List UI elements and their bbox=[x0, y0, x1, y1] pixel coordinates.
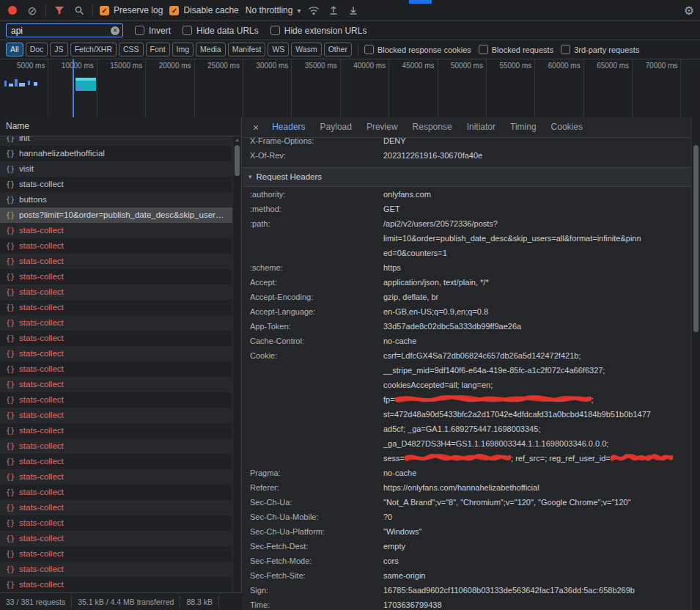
request-row[interactable]: {} stats-collect bbox=[0, 238, 241, 254]
filter-option-label: 3rd-party requests bbox=[574, 45, 639, 54]
hide-data-urls-checkbox[interactable]: Hide data URLs bbox=[183, 26, 259, 36]
request-row[interactable]: {} stats-collect bbox=[0, 438, 241, 454]
resource-filter-chip[interactable]: Wasm bbox=[291, 43, 321, 56]
json-braces-icon: {} bbox=[6, 408, 15, 423]
preserve-log-checkbox[interactable]: ✓ Preserve log bbox=[100, 5, 163, 15]
clear-filter-icon[interactable]: ✕ bbox=[111, 26, 119, 35]
request-row[interactable]: {} stats-collect bbox=[0, 284, 241, 300]
hide-extension-urls-checkbox[interactable]: Hide extension URLs bbox=[270, 26, 367, 36]
scroll-up-icon[interactable]: ▲ bbox=[233, 136, 241, 144]
close-details-button[interactable]: × bbox=[247, 122, 265, 133]
details-tab[interactable]: Preview bbox=[359, 117, 405, 137]
request-row[interactable]: {} stats-collect bbox=[0, 469, 241, 485]
request-row[interactable]: {} stats-collect bbox=[0, 546, 241, 562]
name-column-header[interactable]: Name bbox=[0, 117, 241, 136]
json-braces-icon: {} bbox=[6, 377, 15, 392]
disable-cache-checkbox[interactable]: ✓ Disable cache bbox=[169, 5, 238, 15]
blue-accent-bar bbox=[409, 0, 432, 4]
request-row[interactable]: {} stats-collect bbox=[0, 485, 241, 500]
throttling-select[interactable]: No throttling ▾ bbox=[246, 5, 301, 15]
details-tab[interactable]: Response bbox=[405, 117, 460, 137]
request-row[interactable]: {} stats-collect bbox=[0, 331, 241, 346]
request-name: stats-collect bbox=[19, 562, 75, 577]
request-name: buttons bbox=[19, 192, 59, 207]
clear-network-log-button[interactable]: ⊘ bbox=[26, 4, 39, 17]
request-row[interactable]: {} stats-collect bbox=[0, 515, 241, 531]
header-row: Sec-Fetch-Mode: cors bbox=[243, 554, 692, 568]
request-row[interactable]: {} stats-collect bbox=[0, 423, 241, 438]
details-tabs: Headers Payload Preview Response Initiat… bbox=[265, 117, 590, 137]
record-button[interactable] bbox=[6, 4, 19, 17]
filter-option-checkbox[interactable]: Blocked requests bbox=[479, 45, 553, 54]
request-headers-section-toggle[interactable]: ▾ Request Headers bbox=[243, 168, 692, 187]
details-tab[interactable]: Payload bbox=[313, 117, 359, 137]
request-row[interactable]: {} stats-collect bbox=[0, 577, 241, 592]
disclosure-triangle-icon: ▾ bbox=[248, 168, 252, 186]
request-row[interactable]: {} hannahelizabethofficial bbox=[0, 146, 241, 161]
request-row[interactable]: {} stats-collect bbox=[0, 254, 241, 269]
request-row[interactable]: {} stats-collect bbox=[0, 392, 241, 408]
filter-option-checkbox[interactable]: Blocked response cookies bbox=[364, 45, 471, 54]
json-braces-icon: {} bbox=[6, 284, 15, 300]
header-row: :scheme: https bbox=[243, 260, 692, 275]
json-braces-icon: {} bbox=[6, 392, 15, 408]
resource-filter-chip[interactable]: Fetch/XHR bbox=[70, 43, 117, 56]
resource-filter-chip[interactable]: Other bbox=[324, 43, 352, 56]
request-row[interactable]: {} stats-collect bbox=[0, 562, 241, 577]
details-tab[interactable]: Headers bbox=[265, 117, 312, 137]
request-name: hannahelizabethofficial bbox=[19, 146, 117, 161]
request-row[interactable]: {} posts?limit=10&order=publish_date_des… bbox=[0, 207, 241, 223]
request-row[interactable]: {} stats-collect bbox=[0, 315, 241, 331]
requests-scrollbar[interactable]: ▲ bbox=[232, 136, 241, 592]
request-row[interactable]: {} stats-collect bbox=[0, 177, 241, 192]
details-scrollbar[interactable] bbox=[691, 117, 700, 610]
header-value: cors bbox=[383, 554, 692, 568]
timeline-overview[interactable]: 5000 ms10000 ms15000 ms20000 ms25000 ms3… bbox=[0, 59, 700, 118]
network-conditions-button[interactable] bbox=[307, 4, 320, 17]
cookie-value: csrf=LdfcGX4Sa72db06824c657db26a5d142472… bbox=[383, 348, 692, 466]
request-row[interactable]: {} stats-collect bbox=[0, 377, 241, 392]
export-har-button[interactable] bbox=[347, 4, 360, 17]
details-tab[interactable]: Timing bbox=[503, 117, 544, 137]
header-name: Sec-Ch-Ua-Platform: bbox=[250, 524, 383, 539]
request-row[interactable]: {} stats-collect bbox=[0, 531, 241, 546]
request-row[interactable]: {} visit bbox=[0, 161, 241, 177]
search-button[interactable] bbox=[73, 4, 86, 17]
resource-filter-chip[interactable]: Img bbox=[172, 43, 194, 56]
request-row[interactable]: {} stats-collect bbox=[0, 361, 241, 377]
filter-input[interactable] bbox=[10, 25, 111, 37]
filter-option-checkbox[interactable]: 3rd-party requests bbox=[561, 45, 639, 54]
request-row[interactable]: {} buttons bbox=[0, 192, 241, 207]
request-row[interactable]: {} stats-collect bbox=[0, 269, 241, 284]
details-tab[interactable]: Initiator bbox=[460, 117, 503, 137]
request-row[interactable]: {} init bbox=[0, 136, 241, 146]
resource-filter-chip[interactable]: Font bbox=[146, 43, 170, 56]
request-row[interactable]: {} stats-collect bbox=[0, 223, 241, 238]
funnel-icon bbox=[54, 6, 65, 15]
resource-filter-chip[interactable]: WS bbox=[268, 43, 289, 56]
filter-toggle-button[interactable] bbox=[53, 4, 66, 17]
request-row[interactable]: {} stats-collect bbox=[0, 500, 241, 515]
resource-filter-chip[interactable]: CSS bbox=[119, 43, 144, 56]
scrollbar-thumb[interactable] bbox=[235, 145, 240, 176]
details-tab[interactable]: Cookies bbox=[544, 117, 590, 137]
request-name: stats-collect bbox=[19, 238, 75, 254]
hide-extension-urls-label: Hide extension URLs bbox=[284, 26, 367, 36]
settings-gear-button[interactable]: ⚙ bbox=[684, 4, 694, 18]
resource-filter-chip[interactable]: Manifest bbox=[228, 43, 266, 56]
import-har-button[interactable] bbox=[327, 4, 340, 17]
filter-option-label: Blocked response cookies bbox=[377, 45, 471, 54]
header-value: onlyfans.com bbox=[383, 187, 692, 202]
request-row[interactable]: {} stats-collect bbox=[0, 346, 241, 361]
invert-checkbox[interactable]: Invert bbox=[135, 26, 171, 36]
resource-type-filter-bar: All Doc JS Fetch/XHR CSS Font Img Media … bbox=[0, 40, 700, 59]
request-row[interactable]: {} stats-collect bbox=[0, 454, 241, 469]
request-row[interactable]: {} stats-collect bbox=[0, 300, 241, 315]
resource-filter-chip[interactable]: Media bbox=[196, 43, 226, 56]
resource-filter-chip[interactable]: JS bbox=[50, 43, 67, 56]
resource-filter-chip[interactable]: Doc bbox=[26, 43, 48, 56]
time-tick-label: 25000 ms bbox=[195, 59, 243, 117]
scrollbar-thumb[interactable] bbox=[693, 145, 699, 332]
resource-filter-chip[interactable]: All bbox=[6, 43, 23, 56]
request-row[interactable]: {} stats-collect bbox=[0, 408, 241, 423]
